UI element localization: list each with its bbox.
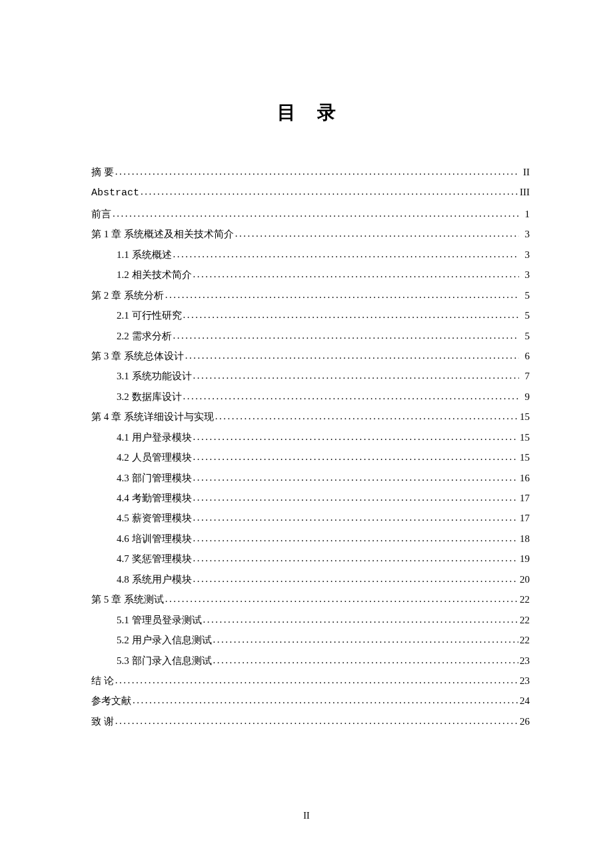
toc-entry: 第 3 章 系统总体设计6 [91,346,530,366]
toc-entry-label: 4.7 奖惩管理模块 [117,549,192,569]
toc-entry: 4.6 培训管理模块18 [91,529,530,549]
toc-entry-label: 4.3 部门管理模块 [117,468,192,488]
toc-entry-page: 9 [520,387,530,407]
toc-entry-label: 第 3 章 系统总体设计 [91,346,184,366]
toc-entry-page: 16 [520,468,530,488]
toc-entry-label: 1.1 系统概述 [117,245,172,265]
toc-entry: 参考文献24 [91,691,530,711]
toc-entry-label: 参考文献 [91,691,131,711]
toc-entry: 致 谢26 [91,711,530,731]
toc-entry-label: 4.2 人员管理模块 [117,447,192,467]
toc-entry-label: 3.2 数据库设计 [117,387,182,407]
toc-entry-label: Abstract [91,183,139,203]
toc-entry-label: 第 2 章 系统分析 [91,285,164,305]
toc-leader-dots [193,447,519,467]
toc-entry-page: 5 [520,326,530,346]
toc-leader-dots [183,305,520,325]
toc-entry: 3.2 数据库设计9 [91,387,530,407]
toc-entry-page: 3 [520,224,530,244]
toc-entry-page: 15 [520,407,530,427]
toc-leader-dots [193,467,519,487]
toc-entry: AbstractIII [91,182,530,203]
toc-leader-dots [193,487,519,507]
toc-entry: 摘 要II [91,162,530,182]
toc-leader-dots [113,203,519,223]
toc-entry-label: 4.8 系统用户模块 [117,569,192,589]
toc-entry-page: 22 [520,630,530,650]
toc-entry: 第 1 章 系统概述及相关技术简介3 [91,224,530,244]
toc-entry-page: II [520,162,530,182]
toc-entry-page: 5 [520,285,530,305]
toc-entry: 4.3 部门管理模块16 [91,468,530,488]
toc-entry-label: 5.2 用户录入信息测试 [117,630,212,650]
toc-entry: 结 论23 [91,671,530,691]
toc-entry-page: 26 [520,711,530,731]
toc-entry-page: 15 [520,427,530,447]
toc-leader-dots [115,670,518,690]
toc-entry: 2.2 需求分析5 [91,326,530,346]
page-number: II [0,811,613,821]
table-of-contents: 摘 要IIAbstractIII前言1第 1 章 系统概述及相关技术简介31.1… [91,162,530,731]
toc-entry-page: 22 [520,610,530,630]
toc-leader-dots [193,548,519,568]
toc-leader-dots [215,406,518,426]
toc-entry: 4.2 人员管理模块15 [91,447,530,467]
toc-entry-page: 19 [520,549,530,569]
toc-entry: 1.2 相关技术简介3 [91,265,530,285]
toc-leader-dots [193,427,519,447]
toc-leader-dots [213,650,519,670]
toc-leader-dots [193,365,520,385]
toc-entry-label: 摘 要 [91,162,114,182]
toc-entry: 4.1 用户登录模块15 [91,427,530,447]
toc-leader-dots [183,386,520,406]
toc-entry: 第 4 章 系统详细设计与实现15 [91,407,530,427]
toc-entry: 3.1 系统功能设计7 [91,366,530,386]
toc-entry: 前言1 [91,204,530,224]
toc-entry-label: 2.2 需求分析 [117,326,172,346]
toc-leader-dots [133,690,518,710]
toc-entry-page: 24 [520,691,530,711]
toc-entry-page: 18 [520,529,530,549]
toc-entry-page: 20 [520,569,530,589]
toc-entry-page: 6 [520,346,530,366]
toc-entry-page: 5 [520,305,530,325]
toc-entry-label: 3.1 系统功能设计 [117,366,192,386]
toc-title: 目 录 [91,100,530,125]
toc-entry-label: 前言 [91,204,111,224]
toc-entry-page: 22 [520,589,530,609]
toc-entry-label: 4.1 用户登录模块 [117,427,192,447]
toc-leader-dots [141,181,518,201]
toc-leader-dots [165,285,519,305]
toc-leader-dots [203,609,519,629]
toc-entry: 4.5 薪资管理模块17 [91,508,530,528]
toc-entry-page: 3 [520,265,530,285]
toc-entry: 1.1 系统概述3 [91,245,530,265]
toc-entry-label: 1.2 相关技术简介 [117,265,192,285]
toc-leader-dots [193,528,519,548]
toc-entry-label: 第 5 章 系统测试 [91,589,164,609]
document-page: 目 录 摘 要IIAbstractIII前言1第 1 章 系统概述及相关技术简介… [0,0,613,731]
toc-leader-dots [173,244,520,264]
toc-entry-label: 4.4 考勤管理模块 [117,488,192,508]
toc-entry: 5.1 管理员登录测试22 [91,610,530,630]
toc-entry-page: 15 [520,447,530,467]
toc-entry: 4.7 奖惩管理模块19 [91,549,530,569]
toc-leader-dots [235,223,519,243]
toc-entry: 4.4 考勤管理模块17 [91,488,530,508]
toc-entry-label: 5.3 部门录入信息测试 [117,651,212,671]
toc-entry-page: 23 [520,671,530,691]
toc-entry: 第 5 章 系统测试22 [91,589,530,609]
toc-entry-label: 4.5 薪资管理模块 [117,508,192,528]
toc-entry: 5.3 部门录入信息测试23 [91,651,530,671]
toc-entry: 第 2 章 系统分析5 [91,285,530,305]
toc-entry-page: 17 [520,488,530,508]
toc-leader-dots [115,711,518,731]
toc-entry-label: 2.1 可行性研究 [117,305,182,325]
toc-leader-dots [193,507,519,527]
toc-entry-label: 致 谢 [91,711,114,731]
toc-entry-label: 第 1 章 系统概述及相关技术简介 [91,224,234,244]
toc-leader-dots [213,629,519,649]
toc-entry-page: III [520,182,530,202]
toc-leader-dots [115,161,519,181]
toc-entry: 5.2 用户录入信息测试22 [91,630,530,650]
